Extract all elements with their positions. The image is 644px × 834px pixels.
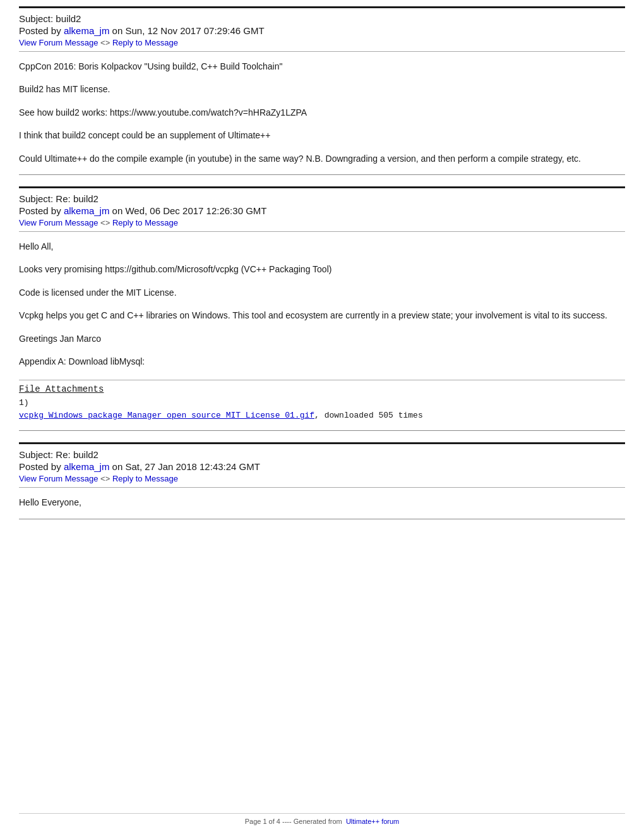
separator-3: <>: [98, 474, 112, 483]
body-para-2-1: Looks very promising https://github.com/…: [19, 262, 625, 276]
subject-1: Subject: build2: [19, 13, 625, 24]
attachment-link-1[interactable]: vcpkg_Windows_package_Manager_open_sourc…: [19, 411, 314, 420]
posted-by-prefix-1: Posted by: [19, 25, 64, 36]
message-block-3: Subject: Re: build2 Posted by alkema_jm …: [19, 442, 625, 519]
attachment-number-1: 1): [19, 398, 29, 408]
posted-by-suffix-2: on Wed, 06 Dec 2017 12:26:30 GMT: [109, 205, 266, 216]
body-para-2-3: Vcpkg helps you get C and C++ libraries …: [19, 308, 625, 322]
author-link-2[interactable]: alkema_jm: [64, 205, 110, 216]
file-attachments-title: File Attachments: [19, 384, 625, 394]
links-line-2: View Forum Message <> Reply to Message: [19, 218, 625, 227]
reply-link-1[interactable]: Reply to Message: [112, 38, 178, 47]
reply-link-3[interactable]: Reply to Message: [112, 474, 178, 483]
reply-link-2[interactable]: Reply to Message: [112, 218, 178, 227]
body-para-1-3: I think that build2 concept could be an …: [19, 128, 625, 142]
body-para-1-1: Build2 has MIT license.: [19, 82, 625, 96]
attachment-item-1: 1) vcpkg_Windows_package_Manager_open_so…: [19, 397, 625, 421]
view-forum-link-1[interactable]: View Forum Message: [19, 38, 98, 47]
separator-2: <>: [98, 218, 112, 227]
links-line-3: View Forum Message <> Reply to Message: [19, 474, 625, 483]
body-para-1-0: CppCon 2016: Boris Kolpackov "Using buil…: [19, 59, 625, 73]
body-para-2-0: Hello All,: [19, 239, 625, 253]
separator-1: <>: [98, 38, 112, 47]
footer-link[interactable]: Ultimate++ forum: [346, 818, 399, 825]
posted-by-suffix-3: on Sat, 27 Jan 2018 12:43:24 GMT: [109, 461, 260, 472]
body-para-3-0: Hello Everyone,: [19, 495, 625, 509]
body-para-1-2: See how build2 works: https://www.youtub…: [19, 106, 625, 119]
view-forum-link-2[interactable]: View Forum Message: [19, 218, 98, 227]
body-para-2-2: Code is licensed under the MIT License.: [19, 286, 625, 299]
posted-by-suffix-1: on Sun, 12 Nov 2017 07:29:46 GMT: [109, 25, 264, 36]
posted-by-prefix-2: Posted by: [19, 205, 64, 216]
file-attachments-section: File Attachments 1) vcpkg_Windows_packag…: [19, 380, 625, 421]
page-container: Subject: build2 Posted by alkema_jm on S…: [0, 0, 644, 834]
subject-3: Subject: Re: build2: [19, 449, 625, 460]
author-link-3[interactable]: alkema_jm: [64, 461, 110, 472]
message-block-1: Subject: build2 Posted by alkema_jm on S…: [19, 6, 625, 175]
posted-line-3: Posted by alkema_jm on Sat, 27 Jan 2018 …: [19, 461, 625, 472]
body-para-2-5: Appendix A: Download libMysql:: [19, 354, 625, 368]
message-body-3: Hello Everyone,: [19, 495, 625, 509]
posted-line-1: Posted by alkema_jm on Sun, 12 Nov 2017 …: [19, 25, 625, 36]
message-body-1: CppCon 2016: Boris Kolpackov "Using buil…: [19, 59, 625, 166]
attachment-suffix-1: , downloaded 505 times: [314, 411, 423, 420]
body-para-1-4: Could Ultimate++ do the compile example …: [19, 152, 625, 166]
message-header-1: Subject: build2 Posted by alkema_jm on S…: [19, 13, 625, 52]
message-header-3: Subject: Re: build2 Posted by alkema_jm …: [19, 449, 625, 488]
message-body-2: Hello All, Looks very promising https://…: [19, 239, 625, 368]
author-link-1[interactable]: alkema_jm: [64, 25, 110, 36]
subject-2: Subject: Re: build2: [19, 193, 625, 204]
page-footer: Page 1 of 4 ---- Generated from Ultimate…: [19, 813, 625, 825]
message-block-2: Subject: Re: build2 Posted by alkema_jm …: [19, 186, 625, 431]
footer-text-left: Page 1 of 4 ---- Generated from: [245, 818, 342, 825]
view-forum-link-3[interactable]: View Forum Message: [19, 474, 98, 483]
links-line-1: View Forum Message <> Reply to Message: [19, 38, 625, 47]
message-header-2: Subject: Re: build2 Posted by alkema_jm …: [19, 193, 625, 232]
posted-line-2: Posted by alkema_jm on Wed, 06 Dec 2017 …: [19, 205, 625, 216]
body-para-2-4: Greetings Jan Marco: [19, 332, 625, 346]
posted-by-prefix-3: Posted by: [19, 461, 64, 472]
